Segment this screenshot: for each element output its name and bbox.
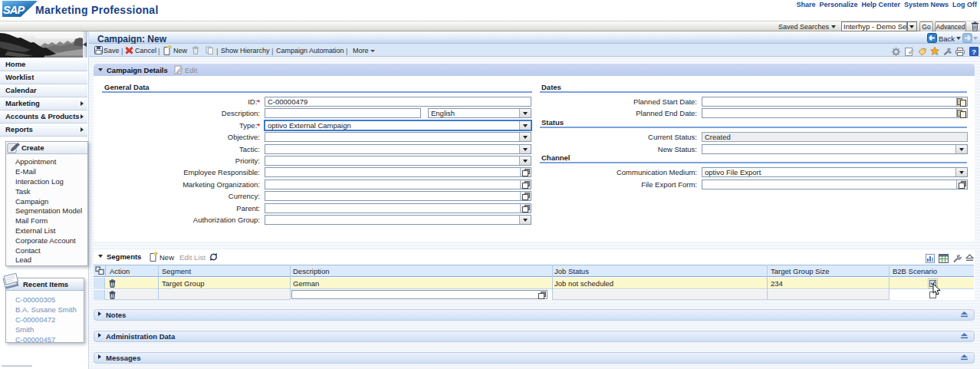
svg-text:?: ? xyxy=(972,48,976,56)
svg-text:SAP: SAP xyxy=(3,4,25,16)
